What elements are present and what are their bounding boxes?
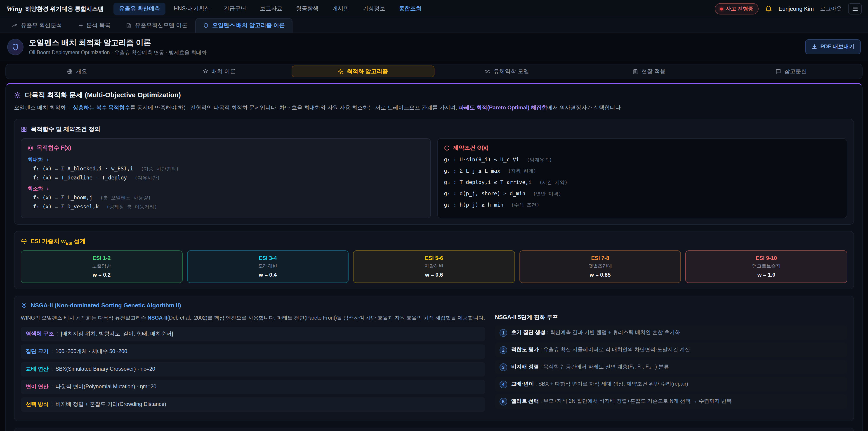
intro-highlight-objectives: 상충하는 복수 목적함수 — [73, 104, 130, 111]
constraint-row: g₅ : h(p_j) ≥ h_min (수심 조건) — [444, 202, 840, 208]
esi-weight-value: w = 0.2 — [25, 272, 178, 278]
incident-dot-icon — [720, 7, 723, 10]
param-value: 비지배 정렬 + 혼잡도 거리(Crowding Distance) — [56, 401, 166, 408]
top-nav: Wing 해양환경 위기대응 통합시스템 유출유 확산예측 HNS·대기확산 긴… — [0, 0, 868, 18]
notification-bell-icon[interactable] — [765, 5, 772, 12]
param-label: 변이 연산 — [26, 383, 49, 391]
section-tab-label: 유체역학 모델 — [494, 68, 529, 75]
esi-range: ESI 9-10 — [690, 255, 843, 261]
constraints-panel-title: 제약조건 G(x) — [453, 144, 489, 152]
section-tab-overview[interactable]: 개요 — [6, 64, 148, 79]
esi-weight-value: w = 0.6 — [357, 272, 510, 278]
esi-box-3-4: ESI 3-4 모래해변 w = 0.4 — [187, 251, 348, 283]
nsga-param-population: 집단 크기 : 100~200개체 · 세대수 50~200 — [21, 344, 485, 359]
tab-diffusion-model-theory[interactable]: 유출유확산모델 이론 — [119, 18, 195, 33]
step-number-badge: 5 — [500, 398, 507, 406]
intro-text: 를 동시에 만족해야 하는 전형적인 다목적 최적화 문제입니다. 차단 효율 … — [130, 104, 458, 111]
param-value: 100~200개체 · 세대수 50~200 — [56, 348, 127, 355]
step-text: 교배·변이 : SBX + 다항식 변이로 자식 세대 생성. 제약조건 위반 … — [511, 380, 688, 388]
tab-label: 유출유 확산분석 — [21, 22, 62, 29]
section-tab-label: 배치 이론 — [212, 68, 236, 75]
esi-weight-value: w = 0.4 — [191, 272, 344, 278]
constraint-note: (연안 이격) — [533, 191, 561, 196]
step-number-badge: 2 — [500, 346, 507, 354]
grid-icon — [21, 126, 27, 132]
card-heading: NSGA-II (Non-dominated Sorting Genetic A… — [21, 302, 847, 309]
param-label: 염색체 구조 — [26, 331, 54, 338]
separator: : — [57, 331, 58, 337]
brand-logo[interactable]: Wing 해양환경 위기대응 통합시스템 — [6, 5, 103, 13]
constraint-row: g₁ : U·sin(θ_i) ≤ U_c ∀i (임계유속) — [444, 156, 840, 163]
esi-range: ESI 5-6 — [357, 255, 510, 261]
nav-item-integrated-search[interactable]: 통합조회 — [394, 3, 427, 15]
esi-box-5-6: ESI 5-6 자갈해변 w = 0.6 — [353, 251, 515, 283]
esi-box-7-8: ESI 7-8 갯벌조간대 w = 0.85 — [520, 251, 681, 283]
esi-range: ESI 1-2 — [25, 255, 178, 261]
equation-f1: f₁ (x) = Σ A_blocked,i · w_ESI,i — [33, 165, 133, 172]
section-tab-deployment-theory[interactable]: 배치 이론 — [148, 64, 290, 79]
equation-f4: f₄ (x) = Σ D_vessel,k — [33, 204, 99, 210]
nsga-text: (Deb et al., 2002)를 핵심 엔진으로 사용합니다. 파레토 전… — [167, 315, 485, 321]
menu-button[interactable] — [848, 3, 862, 14]
equation-row: f₃ (x) = Σ L_boom,j (총 오일펜스 사용량) — [33, 194, 424, 201]
intro-paragraph: 오일펜스 배치 최적화는 상충하는 복수 목적함수를 동시에 만족해야 하는 전… — [14, 103, 854, 113]
esi-range: ESI 7-8 — [524, 255, 677, 261]
card-heading: 목적함수 및 제약조건 정의 — [21, 125, 847, 133]
nsga-step-1: 1 초기 집단 생성 : 확산예측 결과 기반 랜덤 + 휴리스틱 배치안 혼합… — [495, 326, 847, 340]
download-icon — [811, 44, 817, 50]
equation-note: (가중 차단면적) — [141, 166, 179, 172]
document-icon — [126, 22, 132, 28]
esi-shore-type: 모래해변 — [191, 263, 344, 270]
nsga-loop-title: NSGA-II 5단계 진화 루프 — [495, 314, 847, 321]
esi-box-1-2: ESI 1-2 노출암반 w = 0.2 — [21, 251, 182, 283]
nav-item-emergency-rescue[interactable]: 긴급구난 — [218, 3, 252, 15]
esi-weights-card: ESI 가중치 wESI 설계 ESI 1-2 노출암반 w = 0.2 ESI… — [14, 231, 854, 289]
section-tabs: 개요 배치 이론 최적화 알고리즘 유체역학 모델 현장 적용 참고문헌 — [5, 64, 863, 79]
section-tab-hydrodynamic-model[interactable]: 유체역학 모델 — [436, 64, 578, 79]
section-tab-optimization-algorithm[interactable]: 최적화 알고리즘 — [291, 65, 434, 77]
constraint-note: (시간 제약) — [539, 180, 567, 185]
section-tab-field-application[interactable]: 현장 적용 — [578, 64, 720, 79]
tab-analysis-list[interactable]: 분석 목록 — [70, 18, 118, 33]
pdf-export-button[interactable]: PDF 내보내기 — [805, 39, 861, 54]
section-tab-references[interactable]: 참고문헌 — [720, 64, 862, 79]
param-value: 다항식 변이(Polynomial Mutation) · ηm=20 — [56, 383, 156, 391]
optimization-content-panel: 다목적 최적화 문제 (Multi-Objective Optimization… — [5, 83, 863, 431]
tab-label: 분석 목록 — [86, 22, 111, 29]
nav-item-reports[interactable]: 보고자료 — [254, 3, 288, 15]
app-root: Wing 해양환경 위기대응 통합시스템 유출유 확산예측 HNS·대기확산 긴… — [0, 0, 868, 431]
nav-item-spill-prediction[interactable]: 유출유 확산예측 — [114, 3, 165, 15]
logout-link[interactable]: 로그아웃 — [820, 5, 842, 13]
card-heading: ESI 가중치 wESI 설계 — [21, 237, 847, 246]
section-tab-label: 최적화 알고리즘 — [347, 68, 388, 75]
nav-item-board[interactable]: 게시판 — [327, 3, 355, 15]
tab-spill-analysis[interactable]: 유출유 확산분석 — [4, 18, 69, 33]
constraint-g4: g₄ : d(p_j, shore) ≥ d_min — [444, 190, 525, 196]
step-text: 비지배 정렬 : 목적함수 공간에서 파레토 전면 계층(F₁, F₂, F₃.… — [511, 363, 669, 371]
param-value: [배치지점 위치, 방향각도, 길이, 형태, 배치순서] — [61, 331, 173, 338]
esi-weight-value: w = 0.85 — [524, 272, 677, 278]
constraint-g3: g₃ : T_deploy,i ≤ T_arrive,i — [444, 179, 532, 185]
constraints-panel-heading: 제약조건 G(x) — [444, 144, 840, 152]
objective-function-panel: 목적함수 F(x) 최대화 : f₁ (x) = Σ A_blocked,i ·… — [21, 138, 431, 218]
nav-item-hns-diffusion[interactable]: HNS·대기확산 — [168, 3, 215, 15]
page-subtitle: Oil Boom Deployment Optimization · 유출유 확… — [29, 49, 207, 56]
step-number-badge: 4 — [500, 381, 507, 389]
equation-row: f₂ (x) = T_deadline - T_deploy (여유시간) — [33, 175, 424, 181]
separator: : — [51, 383, 53, 390]
section-tab-label: 현장 적용 — [641, 68, 665, 75]
esi-shore-type: 노출암반 — [25, 263, 178, 270]
step-number-badge: 3 — [500, 364, 507, 371]
card-title: 목적함수 및 제약조건 정의 — [31, 125, 100, 133]
nav-item-weather-info[interactable]: 기상정보 — [358, 3, 391, 15]
page-header-text: 오일펜스 배치 최적화 알고리즘 이론 Oil Boom Deployment … — [29, 37, 207, 56]
main-nav: 유출유 확산예측 HNS·대기확산 긴급구난 보고자료 항공탐색 게시판 기상정… — [114, 3, 427, 15]
nsga-card-title: NSGA-II (Non-dominated Sorting Genetic A… — [31, 302, 181, 309]
chart-icon — [12, 22, 18, 28]
boom-shield-badge-icon — [7, 39, 24, 55]
tab-boom-algorithm-theory[interactable]: 오일펜스 배치 알고리즘 이론 — [195, 18, 292, 33]
nav-item-aerial-search[interactable]: 항공탐색 — [291, 3, 324, 15]
equation-f3: f₃ (x) = Σ L_boom,j — [33, 194, 92, 201]
constraint-note: (수심 조건) — [511, 202, 539, 208]
equation-f2: f₂ (x) = T_deadline - T_deploy — [33, 175, 127, 181]
